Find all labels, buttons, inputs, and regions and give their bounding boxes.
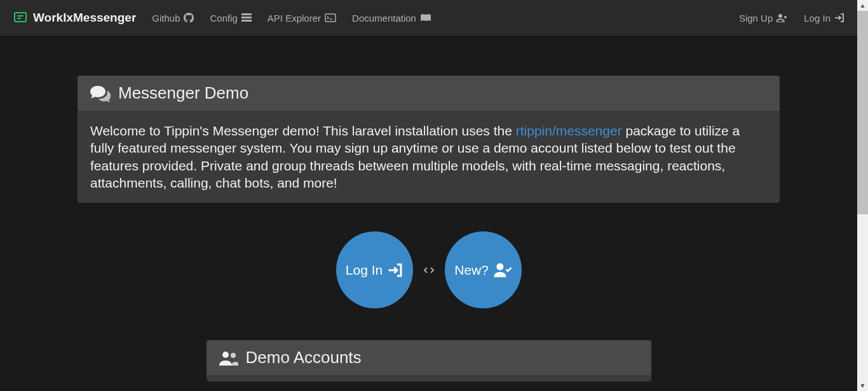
new-button-label: New? xyxy=(454,263,489,278)
rtippin-link[interactable]: rtippin/messenger xyxy=(516,123,622,138)
navbar: WorkIxMessenger Github Config API Explor… xyxy=(0,0,857,36)
list-icon xyxy=(241,13,252,22)
svg-point-8 xyxy=(496,263,503,270)
demo-accounts-title: Demo Accounts xyxy=(246,348,362,367)
messenger-demo-body: Welcome to Tippin's Messenger demo! This… xyxy=(78,111,780,203)
svg-rect-5 xyxy=(241,20,252,22)
login-icon xyxy=(834,13,844,22)
svg-rect-6 xyxy=(325,14,336,22)
nav-login-label: Log In xyxy=(804,13,831,24)
scroll-up-icon[interactable]: ▲ xyxy=(857,0,868,11)
nav-config[interactable]: Config xyxy=(210,13,251,24)
nav-right: Sign Up Log In xyxy=(739,13,844,24)
svg-rect-4 xyxy=(241,17,252,18)
nav-api-explorer-label: API Explorer xyxy=(268,13,321,24)
scrollbar[interactable]: ▲ ▼ xyxy=(857,0,868,391)
nav-github-label: Github xyxy=(152,13,180,24)
demo-body-before: Welcome to Tippin's Messenger demo! This… xyxy=(90,123,516,138)
demo-accounts-header: Demo Accounts xyxy=(207,340,651,375)
brand[interactable]: WorkIxMessenger xyxy=(13,10,136,25)
nav-api-explorer[interactable]: API Explorer xyxy=(268,13,336,24)
messenger-demo-card-header: Messenger Demo xyxy=(78,76,780,111)
demo-accounts-card: Demo Accounts xyxy=(207,340,651,381)
scroll-down-icon[interactable]: ▼ xyxy=(857,380,868,391)
action-buttons: Log In New? xyxy=(78,231,780,308)
users-icon xyxy=(219,350,238,366)
book-icon xyxy=(420,13,431,22)
new-button[interactable]: New? xyxy=(445,231,522,308)
nav-signup-label: Sign Up xyxy=(739,13,773,24)
scroll-track[interactable] xyxy=(857,11,868,380)
svg-point-10 xyxy=(231,353,236,358)
nav-signup[interactable]: Sign Up xyxy=(739,13,788,24)
page-content: Messenger Demo Welcome to Tippin's Messe… xyxy=(0,36,857,391)
scroll-thumb[interactable] xyxy=(857,11,868,214)
comments-icon xyxy=(90,85,111,102)
brand-name: WorkIxMessenger xyxy=(33,11,136,25)
svg-rect-3 xyxy=(241,13,252,15)
user-plus-icon xyxy=(776,13,788,22)
terminal-icon xyxy=(325,13,336,22)
messenger-demo-title: Messenger Demo xyxy=(118,83,248,103)
login-button[interactable]: Log In xyxy=(336,231,413,308)
svg-point-7 xyxy=(778,14,782,18)
code-separator-icon xyxy=(423,266,435,274)
login-button-label: Log In xyxy=(346,263,383,278)
github-icon xyxy=(184,13,194,23)
nav-left: Github Config API Explorer Documentation xyxy=(152,13,739,24)
svg-rect-0 xyxy=(15,13,26,22)
svg-point-9 xyxy=(222,352,229,358)
nav-github[interactable]: Github xyxy=(152,13,194,24)
messenger-logo-icon xyxy=(13,10,28,25)
user-check-icon xyxy=(494,263,512,277)
nav-documentation[interactable]: Documentation xyxy=(352,13,431,24)
nav-documentation-label: Documentation xyxy=(352,13,416,24)
nav-login[interactable]: Log In xyxy=(804,13,844,24)
nav-config-label: Config xyxy=(210,13,237,24)
login-arrow-icon xyxy=(388,263,403,277)
messenger-demo-card: Messenger Demo Welcome to Tippin's Messe… xyxy=(78,76,780,203)
